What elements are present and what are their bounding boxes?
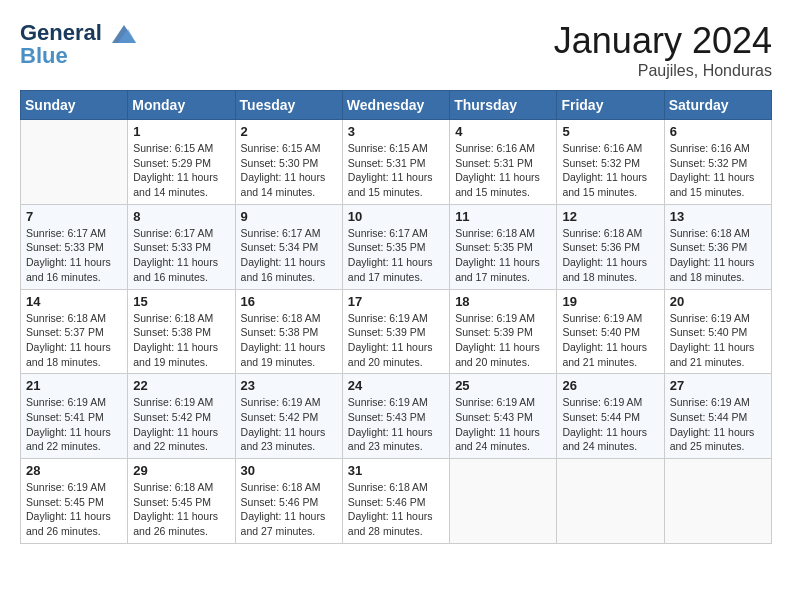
day-info: Sunrise: 6:16 AMSunset: 5:32 PMDaylight:…	[562, 141, 658, 200]
calendar-day-cell: 9Sunrise: 6:17 AMSunset: 5:34 PMDaylight…	[235, 204, 342, 289]
day-number: 18	[455, 294, 551, 309]
day-info: Sunrise: 6:19 AMSunset: 5:44 PMDaylight:…	[670, 395, 766, 454]
calendar-day-cell: 4Sunrise: 6:16 AMSunset: 5:31 PMDaylight…	[450, 120, 557, 205]
day-number: 25	[455, 378, 551, 393]
day-number: 22	[133, 378, 229, 393]
calendar-day-cell: 17Sunrise: 6:19 AMSunset: 5:39 PMDayligh…	[342, 289, 449, 374]
day-info: Sunrise: 6:16 AMSunset: 5:32 PMDaylight:…	[670, 141, 766, 200]
calendar-day-cell: 15Sunrise: 6:18 AMSunset: 5:38 PMDayligh…	[128, 289, 235, 374]
day-number: 9	[241, 209, 337, 224]
calendar-week-row: 21Sunrise: 6:19 AMSunset: 5:41 PMDayligh…	[21, 374, 772, 459]
calendar-day-cell: 13Sunrise: 6:18 AMSunset: 5:36 PMDayligh…	[664, 204, 771, 289]
empty-day-cell	[21, 120, 128, 205]
day-number: 12	[562, 209, 658, 224]
calendar-day-cell: 6Sunrise: 6:16 AMSunset: 5:32 PMDaylight…	[664, 120, 771, 205]
day-info: Sunrise: 6:18 AMSunset: 5:36 PMDaylight:…	[670, 226, 766, 285]
day-info: Sunrise: 6:18 AMSunset: 5:38 PMDaylight:…	[133, 311, 229, 370]
day-number: 17	[348, 294, 444, 309]
day-number: 6	[670, 124, 766, 139]
day-number: 30	[241, 463, 337, 478]
empty-day-cell	[664, 459, 771, 544]
calendar-day-cell: 23Sunrise: 6:19 AMSunset: 5:42 PMDayligh…	[235, 374, 342, 459]
day-info: Sunrise: 6:19 AMSunset: 5:44 PMDaylight:…	[562, 395, 658, 454]
day-number: 13	[670, 209, 766, 224]
calendar-day-cell: 31Sunrise: 6:18 AMSunset: 5:46 PMDayligh…	[342, 459, 449, 544]
calendar-day-cell: 19Sunrise: 6:19 AMSunset: 5:40 PMDayligh…	[557, 289, 664, 374]
day-number: 23	[241, 378, 337, 393]
day-number: 8	[133, 209, 229, 224]
day-number: 16	[241, 294, 337, 309]
calendar-body: 1Sunrise: 6:15 AMSunset: 5:29 PMDaylight…	[21, 120, 772, 544]
page-header: General Blue January 2024 Paujiles, Hond…	[20, 20, 772, 80]
day-info: Sunrise: 6:18 AMSunset: 5:38 PMDaylight:…	[241, 311, 337, 370]
logo-icon	[110, 23, 138, 45]
day-number: 24	[348, 378, 444, 393]
calendar-day-cell: 12Sunrise: 6:18 AMSunset: 5:36 PMDayligh…	[557, 204, 664, 289]
logo-text: General	[20, 20, 138, 45]
day-info: Sunrise: 6:15 AMSunset: 5:31 PMDaylight:…	[348, 141, 444, 200]
day-number: 5	[562, 124, 658, 139]
day-number: 21	[26, 378, 122, 393]
weekday-header-tuesday: Tuesday	[235, 91, 342, 120]
day-info: Sunrise: 6:18 AMSunset: 5:35 PMDaylight:…	[455, 226, 551, 285]
logo-blue: Blue	[20, 45, 138, 67]
day-number: 20	[670, 294, 766, 309]
weekday-header-wednesday: Wednesday	[342, 91, 449, 120]
calendar-day-cell: 5Sunrise: 6:16 AMSunset: 5:32 PMDaylight…	[557, 120, 664, 205]
day-info: Sunrise: 6:17 AMSunset: 5:33 PMDaylight:…	[133, 226, 229, 285]
logo: General Blue	[20, 20, 138, 67]
calendar-day-cell: 22Sunrise: 6:19 AMSunset: 5:42 PMDayligh…	[128, 374, 235, 459]
day-number: 3	[348, 124, 444, 139]
calendar-day-cell: 14Sunrise: 6:18 AMSunset: 5:37 PMDayligh…	[21, 289, 128, 374]
calendar-week-row: 28Sunrise: 6:19 AMSunset: 5:45 PMDayligh…	[21, 459, 772, 544]
calendar-day-cell: 26Sunrise: 6:19 AMSunset: 5:44 PMDayligh…	[557, 374, 664, 459]
day-info: Sunrise: 6:16 AMSunset: 5:31 PMDaylight:…	[455, 141, 551, 200]
calendar-day-cell: 10Sunrise: 6:17 AMSunset: 5:35 PMDayligh…	[342, 204, 449, 289]
day-info: Sunrise: 6:19 AMSunset: 5:40 PMDaylight:…	[670, 311, 766, 370]
day-number: 7	[26, 209, 122, 224]
day-info: Sunrise: 6:18 AMSunset: 5:46 PMDaylight:…	[241, 480, 337, 539]
day-number: 2	[241, 124, 337, 139]
empty-day-cell	[450, 459, 557, 544]
calendar-day-cell: 21Sunrise: 6:19 AMSunset: 5:41 PMDayligh…	[21, 374, 128, 459]
logo-general: General	[20, 20, 102, 45]
calendar-day-cell: 27Sunrise: 6:19 AMSunset: 5:44 PMDayligh…	[664, 374, 771, 459]
calendar-day-cell: 3Sunrise: 6:15 AMSunset: 5:31 PMDaylight…	[342, 120, 449, 205]
day-number: 15	[133, 294, 229, 309]
title-section: January 2024 Paujiles, Honduras	[554, 20, 772, 80]
weekday-header-row: SundayMondayTuesdayWednesdayThursdayFrid…	[21, 91, 772, 120]
calendar-day-cell: 20Sunrise: 6:19 AMSunset: 5:40 PMDayligh…	[664, 289, 771, 374]
day-number: 19	[562, 294, 658, 309]
day-info: Sunrise: 6:19 AMSunset: 5:42 PMDaylight:…	[241, 395, 337, 454]
day-info: Sunrise: 6:19 AMSunset: 5:43 PMDaylight:…	[455, 395, 551, 454]
day-number: 4	[455, 124, 551, 139]
calendar-day-cell: 8Sunrise: 6:17 AMSunset: 5:33 PMDaylight…	[128, 204, 235, 289]
calendar-day-cell: 28Sunrise: 6:19 AMSunset: 5:45 PMDayligh…	[21, 459, 128, 544]
calendar-header: SundayMondayTuesdayWednesdayThursdayFrid…	[21, 91, 772, 120]
calendar-day-cell: 11Sunrise: 6:18 AMSunset: 5:35 PMDayligh…	[450, 204, 557, 289]
day-info: Sunrise: 6:19 AMSunset: 5:39 PMDaylight:…	[455, 311, 551, 370]
day-info: Sunrise: 6:18 AMSunset: 5:37 PMDaylight:…	[26, 311, 122, 370]
calendar-day-cell: 1Sunrise: 6:15 AMSunset: 5:29 PMDaylight…	[128, 120, 235, 205]
day-number: 10	[348, 209, 444, 224]
calendar-day-cell: 18Sunrise: 6:19 AMSunset: 5:39 PMDayligh…	[450, 289, 557, 374]
calendar-day-cell: 30Sunrise: 6:18 AMSunset: 5:46 PMDayligh…	[235, 459, 342, 544]
calendar-day-cell: 24Sunrise: 6:19 AMSunset: 5:43 PMDayligh…	[342, 374, 449, 459]
calendar-day-cell: 25Sunrise: 6:19 AMSunset: 5:43 PMDayligh…	[450, 374, 557, 459]
calendar-day-cell: 29Sunrise: 6:18 AMSunset: 5:45 PMDayligh…	[128, 459, 235, 544]
day-info: Sunrise: 6:17 AMSunset: 5:35 PMDaylight:…	[348, 226, 444, 285]
day-info: Sunrise: 6:19 AMSunset: 5:42 PMDaylight:…	[133, 395, 229, 454]
day-number: 1	[133, 124, 229, 139]
day-info: Sunrise: 6:19 AMSunset: 5:45 PMDaylight:…	[26, 480, 122, 539]
day-number: 27	[670, 378, 766, 393]
day-number: 11	[455, 209, 551, 224]
day-number: 31	[348, 463, 444, 478]
day-info: Sunrise: 6:17 AMSunset: 5:34 PMDaylight:…	[241, 226, 337, 285]
day-info: Sunrise: 6:15 AMSunset: 5:30 PMDaylight:…	[241, 141, 337, 200]
day-info: Sunrise: 6:18 AMSunset: 5:36 PMDaylight:…	[562, 226, 658, 285]
day-info: Sunrise: 6:17 AMSunset: 5:33 PMDaylight:…	[26, 226, 122, 285]
day-info: Sunrise: 6:15 AMSunset: 5:29 PMDaylight:…	[133, 141, 229, 200]
weekday-header-thursday: Thursday	[450, 91, 557, 120]
empty-day-cell	[557, 459, 664, 544]
calendar-week-row: 14Sunrise: 6:18 AMSunset: 5:37 PMDayligh…	[21, 289, 772, 374]
